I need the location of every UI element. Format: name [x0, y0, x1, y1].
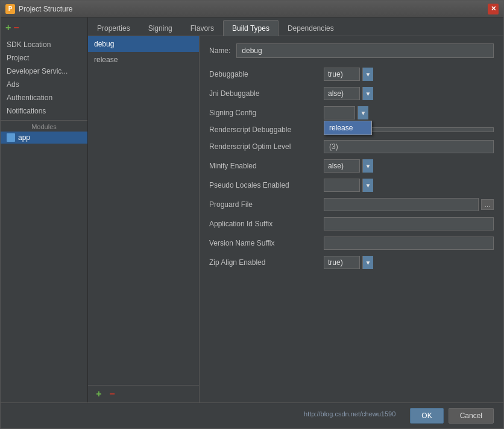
build-types-panel: debug release + − Name:	[88, 36, 503, 402]
renderscript-optim-label: Renderscript Optim Level	[209, 142, 324, 151]
zip-align-row: Zip Align Enabled true) ▼	[209, 256, 494, 269]
minify-value: alse)	[324, 159, 360, 173]
build-list-item-debug[interactable]: debug	[88, 36, 199, 52]
jni-debuggable-arrow[interactable]: ▼	[362, 87, 373, 100]
tab-properties[interactable]: Properties	[88, 20, 139, 36]
app-id-suffix-input[interactable]	[324, 217, 494, 230]
debuggable-row: Debuggable true) ▼	[209, 68, 494, 81]
zip-align-value: true)	[324, 256, 360, 269]
app-id-suffix-label: Application Id Suffix	[209, 220, 324, 228]
debuggable-label: Debuggable	[209, 70, 324, 78]
proguard-row: Proguard File ...	[209, 198, 494, 211]
proguard-label: Proguard File	[209, 200, 324, 209]
name-label: Name:	[209, 46, 230, 55]
tab-signing[interactable]: Signing	[139, 20, 181, 36]
debuggable-value: true)	[324, 68, 360, 81]
tab-flavors[interactable]: Flavors	[181, 20, 223, 36]
close-button[interactable]: ✕	[488, 4, 499, 14]
zip-align-select[interactable]: true) ▼	[324, 256, 373, 269]
signing-config-select[interactable]: ▼	[324, 106, 368, 119]
main-content: Properties Signing Flavors Build Types D…	[88, 17, 503, 402]
renderscript-optim-value: (3)	[324, 140, 494, 153]
minify-row: Minify Enabled alse) ▼	[209, 159, 494, 173]
minify-control: alse) ▼	[324, 159, 494, 173]
add-build-type-button[interactable]: +	[93, 388, 105, 400]
minify-arrow[interactable]: ▼	[362, 159, 373, 173]
sidebar-item-developer-services[interactable]: Developer Servic...	[1, 65, 87, 78]
module-icon	[7, 133, 15, 142]
sidebar-item-sdk-location[interactable]: SDK Location	[1, 38, 87, 51]
renderscript-optim-control: (3)	[324, 140, 494, 153]
pseudo-locales-arrow[interactable]: ▼	[362, 179, 373, 192]
debuggable-select[interactable]: true) ▼	[324, 68, 373, 81]
sidebar-item-notifications[interactable]: Notifications	[1, 104, 87, 118]
signing-config-control: ▼ release	[324, 106, 494, 119]
dialog-footer: http://blog.csdn.net/chewu1590 OK Cancel	[1, 402, 503, 428]
title-bar-text: Project Structure	[19, 5, 488, 13]
tab-dependencies[interactable]: Dependencies	[279, 20, 343, 36]
sidebar: + − SDK Location Project Developer Servi…	[1, 17, 88, 402]
dropdown-item-release[interactable]: release	[324, 121, 371, 135]
jni-debuggable-row: Jni Debuggable alse) ▼	[209, 87, 494, 100]
minify-label: Minify Enabled	[209, 162, 324, 170]
pseudo-locales-value	[324, 179, 360, 192]
remove-build-type-button[interactable]: −	[106, 388, 118, 400]
build-form: Name: Debuggable true) ▼	[200, 36, 503, 402]
debuggable-arrow[interactable]: ▼	[362, 68, 373, 81]
signing-config-dropdown: release	[324, 121, 372, 135]
zip-align-label: Zip Align Enabled	[209, 258, 324, 267]
name-row: Name:	[209, 43, 494, 58]
app-icon: P	[5, 4, 15, 14]
proguard-control: ...	[324, 198, 494, 211]
sidebar-toolbar: + −	[1, 22, 87, 38]
pseudo-locales-control: ▼	[324, 179, 494, 192]
build-list-toolbar: + −	[88, 385, 199, 402]
jni-debuggable-label: Jni Debuggable	[209, 89, 324, 98]
project-structure-dialog: P Project Structure ✕ + − SDK Location P…	[0, 0, 504, 429]
module-label: app	[18, 133, 30, 142]
build-list-container: debug release + −	[88, 36, 200, 402]
build-list: debug release	[88, 36, 199, 385]
zip-align-control: true) ▼	[324, 256, 494, 269]
add-item-button[interactable]: +	[5, 22, 11, 33]
tabs-bar: Properties Signing Flavors Build Types D…	[88, 17, 503, 36]
modules-section-label: Modules	[1, 120, 87, 132]
signing-config-row: Signing Config ▼ release	[209, 106, 494, 119]
title-bar: P Project Structure ✕	[1, 1, 503, 17]
renderscript-optim-row: Renderscript Optim Level (3)	[209, 140, 494, 153]
version-name-suffix-label: Version Name Suffix	[209, 239, 324, 247]
signing-config-label: Signing Config	[209, 109, 324, 117]
watermark: http://blog.csdn.net/chewu1590	[294, 408, 405, 424]
dialog-body: + − SDK Location Project Developer Servi…	[1, 17, 503, 402]
signing-config-input[interactable]	[324, 106, 355, 119]
ok-button[interactable]: OK	[410, 408, 443, 424]
sidebar-item-project[interactable]: Project	[1, 51, 87, 65]
minify-select[interactable]: alse) ▼	[324, 159, 373, 173]
sidebar-item-ads[interactable]: Ads	[1, 78, 87, 91]
version-name-suffix-input[interactable]	[324, 237, 494, 250]
version-name-suffix-row: Version Name Suffix	[209, 237, 494, 250]
cancel-button[interactable]: Cancel	[449, 408, 494, 424]
pseudo-locales-label: Pseudo Locales Enabled	[209, 181, 324, 189]
tab-build-types[interactable]: Build Types	[223, 20, 279, 36]
remove-item-button[interactable]: −	[13, 22, 19, 33]
jni-debuggable-select[interactable]: alse) ▼	[324, 87, 373, 100]
proguard-input[interactable]	[324, 198, 479, 211]
debuggable-control: true) ▼	[324, 68, 494, 81]
sidebar-item-authentication[interactable]: Authentication	[1, 91, 87, 104]
signing-config-arrow[interactable]: ▼	[358, 106, 368, 119]
jni-debuggable-control: alse) ▼	[324, 87, 494, 100]
zip-align-arrow[interactable]: ▼	[362, 256, 373, 269]
pseudo-locales-row: Pseudo Locales Enabled ▼	[209, 179, 494, 192]
name-input[interactable]	[236, 43, 494, 58]
proguard-browse-button[interactable]: ...	[481, 199, 494, 210]
version-name-suffix-control	[324, 237, 494, 250]
renderscript-debuggable-label: Renderscript Debuggable	[209, 126, 324, 134]
jni-debuggable-value: alse)	[324, 87, 360, 100]
build-list-item-release[interactable]: release	[88, 52, 199, 68]
pseudo-locales-select[interactable]: ▼	[324, 179, 373, 192]
app-id-suffix-control	[324, 217, 494, 230]
app-id-suffix-row: Application Id Suffix	[209, 217, 494, 230]
signing-config-wrapper: ▼ release	[324, 106, 368, 119]
sidebar-module-app[interactable]: app	[1, 132, 87, 144]
